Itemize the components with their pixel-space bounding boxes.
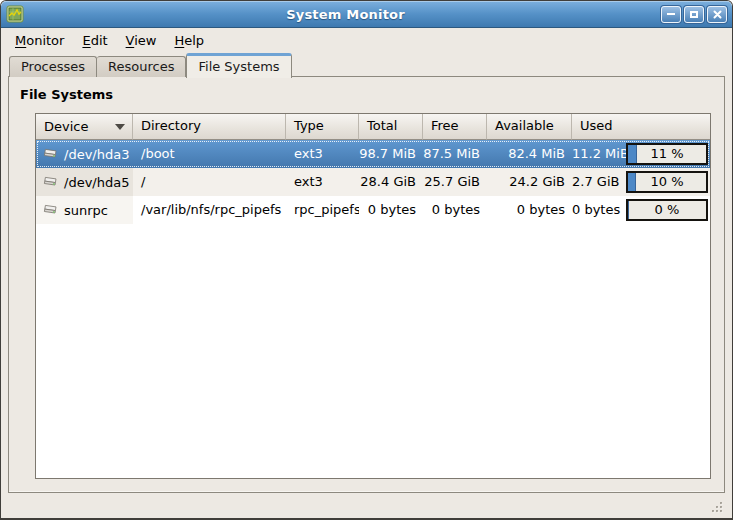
column-header-type[interactable]: Type bbox=[286, 114, 359, 140]
device-name: /dev/hda5 bbox=[64, 169, 129, 196]
used-percent-label: 10 % bbox=[628, 173, 706, 191]
available-cell: 0 bytes bbox=[487, 196, 572, 224]
directory-cell: /boot bbox=[133, 140, 286, 168]
used-percent-bar: 11 % bbox=[626, 143, 708, 165]
total-cell: 98.7 MiB bbox=[359, 140, 423, 168]
column-header-device[interactable]: Device bbox=[36, 114, 133, 140]
section-title: File Systems bbox=[20, 87, 113, 102]
used-cell: 0 bytes bbox=[572, 196, 626, 224]
free-cell: 87.5 MiB bbox=[423, 140, 487, 168]
device-name: sunrpc bbox=[64, 197, 108, 224]
used-cell: 2.7 GiB bbox=[572, 168, 626, 196]
total-cell: 28.4 GiB bbox=[359, 168, 423, 196]
titlebar[interactable]: System Monitor bbox=[1, 1, 732, 28]
directory-cell: /var/lib/nfs/rpc_pipefs bbox=[133, 196, 286, 224]
file-systems-table: Device Directory Type Total Free Availab… bbox=[35, 113, 711, 479]
used-percent-bar: 10 % bbox=[626, 171, 708, 193]
minimize-button[interactable] bbox=[661, 6, 681, 23]
menu-edit[interactable]: Edit bbox=[73, 30, 116, 51]
column-header-free[interactable]: Free bbox=[423, 114, 487, 140]
harddisk-icon bbox=[41, 175, 59, 189]
available-cell: 82.4 MiB bbox=[487, 140, 572, 168]
table-row[interactable]: /dev/hda3 /boot ext3 98.7 MiB 87.5 MiB 8… bbox=[36, 140, 710, 168]
system-monitor-window: System Monitor Monitor Edit View Help Pr… bbox=[0, 0, 733, 520]
column-header-directory[interactable]: Directory bbox=[133, 114, 286, 140]
close-button[interactable] bbox=[707, 6, 727, 23]
used-percent-bar: 0 % bbox=[626, 199, 708, 221]
used-percent-label: 11 % bbox=[628, 145, 706, 163]
used-percent-label: 0 % bbox=[628, 201, 706, 219]
column-header-used[interactable]: Used bbox=[572, 114, 710, 140]
table-header: Device Directory Type Total Free Availab… bbox=[36, 114, 710, 140]
column-header-total[interactable]: Total bbox=[359, 114, 423, 140]
resize-grip[interactable] bbox=[710, 500, 724, 514]
device-name: /dev/hda3 bbox=[64, 141, 129, 168]
maximize-button[interactable] bbox=[684, 6, 704, 23]
free-cell: 25.7 GiB bbox=[423, 168, 487, 196]
harddisk-icon bbox=[41, 147, 59, 161]
free-cell: 0 bytes bbox=[423, 196, 487, 224]
type-cell: rpc_pipefs bbox=[286, 196, 359, 224]
harddisk-icon bbox=[41, 203, 59, 217]
notebook-tabs: Processes Resources File Systems bbox=[9, 52, 292, 77]
window-controls bbox=[661, 6, 727, 23]
total-cell: 0 bytes bbox=[359, 196, 423, 224]
tab-file-systems[interactable]: File Systems bbox=[186, 53, 291, 78]
menubar: Monitor Edit View Help bbox=[2, 28, 731, 52]
used-cell: 11.2 MiB bbox=[572, 140, 626, 168]
file-systems-panel: File Systems Device Directory Type Total… bbox=[8, 76, 725, 493]
table-row[interactable]: sunrpc /var/lib/nfs/rpc_pipefs rpc_pipef… bbox=[36, 196, 710, 224]
available-cell: 24.2 GiB bbox=[487, 168, 572, 196]
column-header-available[interactable]: Available bbox=[487, 114, 572, 140]
menu-monitor[interactable]: Monitor bbox=[6, 30, 73, 51]
system-monitor-app-icon bbox=[6, 5, 24, 23]
statusbar bbox=[2, 496, 731, 518]
menu-help[interactable]: Help bbox=[165, 30, 213, 51]
close-icon bbox=[713, 10, 722, 19]
type-cell: ext3 bbox=[286, 168, 359, 196]
sort-descending-icon bbox=[115, 124, 125, 130]
directory-cell: / bbox=[133, 168, 286, 196]
type-cell: ext3 bbox=[286, 140, 359, 168]
tab-processes[interactable]: Processes bbox=[9, 56, 97, 77]
table-row[interactable]: /dev/hda5 / ext3 28.4 GiB 25.7 GiB 24.2 … bbox=[36, 168, 710, 196]
menu-view[interactable]: View bbox=[117, 30, 166, 51]
window-title: System Monitor bbox=[30, 7, 661, 22]
minimize-icon bbox=[667, 13, 675, 15]
tab-resources[interactable]: Resources bbox=[97, 56, 186, 77]
maximize-icon bbox=[690, 11, 698, 18]
